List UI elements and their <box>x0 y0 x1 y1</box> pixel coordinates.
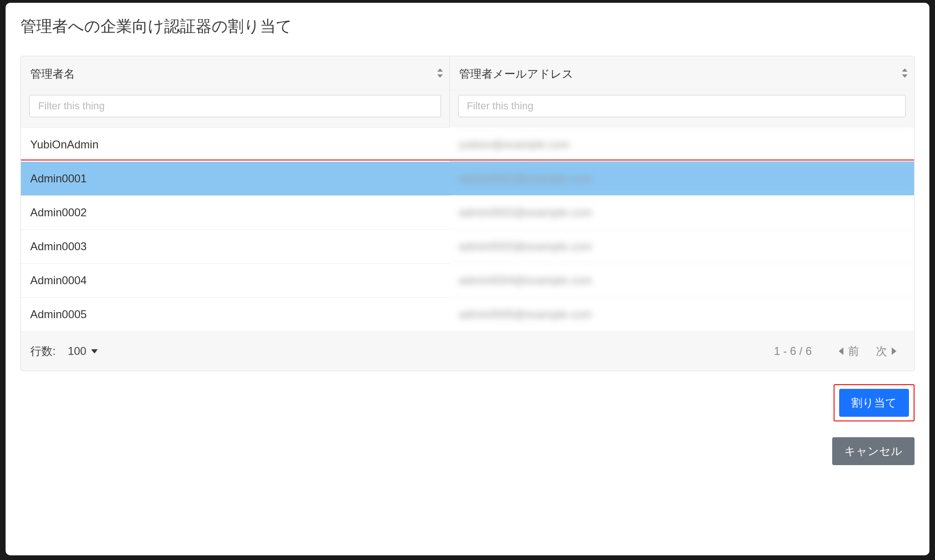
cell-admin-name: Admin0003 <box>21 229 450 263</box>
column-header-email-label: 管理者メールアドレス <box>459 67 574 80</box>
filter-input-email[interactable] <box>458 95 906 117</box>
modal-title: 管理者への企業向け認証器の割り当て <box>20 16 915 37</box>
column-header-name[interactable]: 管理者名 <box>21 56 450 90</box>
column-header-name-label: 管理者名 <box>30 67 75 80</box>
assign-authenticator-modal: 管理者への企業向け認証器の割り当て 管理者名 管理者メールアドレス YubiOn… <box>6 3 929 555</box>
assign-button[interactable]: 割り当て <box>839 389 909 417</box>
page-size-select[interactable]: 100 <box>68 345 98 358</box>
filter-row <box>21 90 914 127</box>
chevron-left-icon <box>839 347 843 355</box>
table-row[interactable]: Admin0001admin0001@example.com <box>21 161 914 195</box>
next-page-button[interactable]: 次 <box>876 344 896 359</box>
pagination-range: 1 - 6 / 6 <box>774 345 812 358</box>
cell-admin-name: Admin0001 <box>21 161 450 195</box>
cancel-button[interactable]: キャンセル <box>832 437 915 465</box>
page-size-value: 100 <box>68 345 87 358</box>
prev-label: 前 <box>848 344 859 359</box>
filter-cell-name <box>21 90 450 127</box>
chevron-down-icon <box>91 349 98 353</box>
cell-admin-email: admin0001@example.com <box>450 161 914 195</box>
admin-table: 管理者名 管理者メールアドレス YubiOnAdminyubion@exampl… <box>20 56 915 371</box>
prev-page-button[interactable]: 前 <box>839 344 859 359</box>
table-row[interactable]: YubiOnAdminyubion@example.com <box>21 127 914 161</box>
table-row[interactable]: Admin0004admin0004@example.com <box>21 263 914 297</box>
cell-admin-name: Admin0002 <box>21 195 450 229</box>
sort-icon[interactable] <box>436 68 443 78</box>
cell-admin-email: admin0004@example.com <box>450 263 914 297</box>
chevron-right-icon <box>892 347 896 355</box>
cell-admin-name: Admin0004 <box>21 263 450 297</box>
table-footer: 行数: 100 1 - 6 / 6 前 次 <box>21 331 914 371</box>
assign-button-highlight: 割り当て <box>834 384 915 421</box>
table-row[interactable]: Admin0002admin0002@example.com <box>21 195 914 229</box>
cell-admin-name: Admin0005 <box>21 297 450 331</box>
cell-admin-email: admin0003@example.com <box>450 229 914 263</box>
table-row[interactable]: Admin0003admin0003@example.com <box>21 229 914 263</box>
cell-admin-name: YubiOnAdmin <box>21 127 450 161</box>
column-header-email[interactable]: 管理者メールアドレス <box>450 56 914 90</box>
modal-actions: 割り当て キャンセル <box>20 384 915 465</box>
filter-cell-email <box>450 90 914 127</box>
cell-admin-email: yubion@example.com <box>450 127 914 161</box>
table-row[interactable]: Admin0005admin0005@example.com <box>21 297 914 331</box>
cell-admin-email: admin0002@example.com <box>450 195 914 229</box>
cell-admin-email: admin0005@example.com <box>450 297 914 331</box>
table-header: 管理者名 管理者メールアドレス <box>21 56 914 90</box>
next-label: 次 <box>876 344 887 359</box>
sort-icon[interactable] <box>901 68 908 78</box>
rows-per-page-label: 行数: <box>30 344 56 359</box>
table-body: YubiOnAdminyubion@example.comAdmin0001ad… <box>21 127 914 331</box>
filter-input-name[interactable] <box>29 95 441 117</box>
